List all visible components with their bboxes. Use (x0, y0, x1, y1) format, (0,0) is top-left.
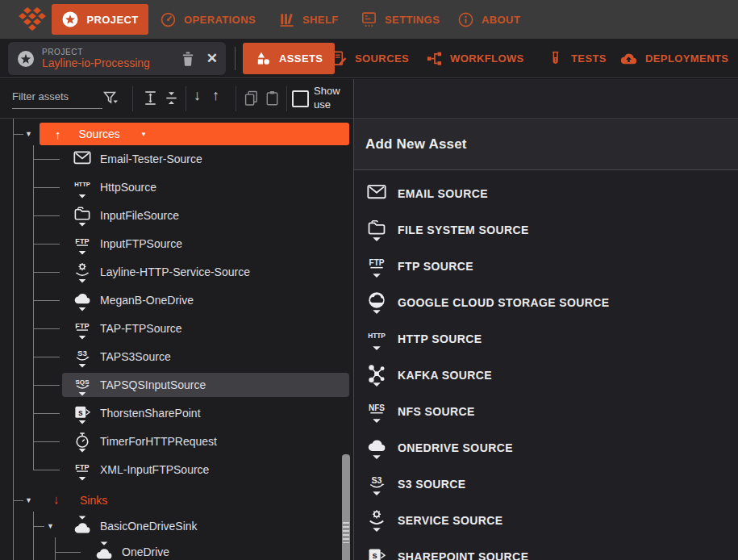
asset-tree-panel: ↓ ↑ Show use ▼ ▼ ▼ (0, 79, 354, 560)
close-project-icon[interactable]: ✕ (206, 50, 218, 67)
asset-type-s3-source[interactable]: S3S3 SOURCE (354, 466, 738, 503)
svg-text:FTP: FTP (369, 258, 385, 267)
gcs-icon (365, 290, 389, 316)
doc-edit-icon (331, 50, 348, 67)
delete-project-icon[interactable] (179, 50, 197, 68)
tab-workflows[interactable]: WORKFLOWS (426, 39, 524, 78)
sources-group-header[interactable]: ↑ Sources ▾ (40, 123, 349, 145)
collapse-all-icon[interactable] (163, 90, 180, 107)
show-use-label: Show use (314, 85, 349, 112)
tree-item-onedrive[interactable]: OneDrive (0, 540, 353, 560)
tree-item-label: BasicOneDriveSink (100, 520, 198, 533)
ftp-icon: FTP (365, 254, 389, 279)
asset-type-service-source[interactable]: SERVICE SOURCE (354, 503, 738, 539)
tree-connector-line (13, 134, 23, 135)
shelf-icon (278, 11, 295, 28)
tree-item-inputfilesource[interactable]: InputFileSource (0, 203, 353, 228)
tab-assets[interactable]: ASSETS (243, 43, 335, 74)
filter-funnel-icon[interactable] (102, 90, 119, 107)
gauge-icon (160, 11, 177, 28)
tree-item-label: ThorstenSharePoint (100, 407, 201, 420)
file-icon (365, 218, 389, 243)
tree-item-httpsource[interactable]: HTTPHttpSource (0, 175, 353, 199)
sinks-group-header[interactable]: ↓ Sinks (0, 488, 353, 512)
tree-item-thorstensharepoint[interactable]: sThorstenSharePoint (0, 401, 353, 425)
ftp-icon: FTP (73, 233, 92, 256)
tree-item-label: Layline-HTTP-Service-Source (100, 265, 250, 278)
tree-item-xml-inputftpsource[interactable]: FTPXML-InputFTPSource (0, 458, 353, 482)
tree-item-basiconedrivesink[interactable]: BasicOneDriveSink (0, 514, 353, 538)
email-icon (73, 148, 92, 171)
nav-project[interactable]: PROJECT (52, 4, 148, 35)
right-panel-top-strip (354, 79, 738, 119)
toolbar-divider (286, 86, 287, 111)
tab-bar-divider (235, 47, 236, 70)
asset-type-http-source[interactable]: HTTPHTTP SOURCE (354, 321, 738, 357)
paste-icon[interactable] (264, 90, 281, 107)
asset-type-onedrive-source[interactable]: ONEDRIVE SOURCE (354, 430, 738, 466)
nav-operations[interactable]: OPERATIONS (160, 0, 256, 39)
star-badge-icon (61, 10, 79, 28)
branch-icon (426, 50, 443, 67)
ftp-icon: FTP (73, 318, 92, 341)
asset-type-email-source[interactable]: EMAIL SOURCE (354, 176, 738, 212)
expand-all-icon[interactable] (142, 90, 159, 107)
tree-item-layline-http-service-source[interactable]: Layline-HTTP-Service-Source (0, 260, 353, 284)
asset-type-kafka-source[interactable]: KAFKA SOURCE (354, 357, 738, 394)
sources-group-label: Sources (79, 127, 120, 140)
onedrive-icon (73, 290, 92, 312)
toolbar-divider (236, 86, 236, 111)
asset-type-sharepoint-source[interactable]: sSHAREPOINT SOURCE (354, 539, 738, 560)
tab-tests[interactable]: TESTS (547, 39, 607, 78)
cloud-upload-icon (619, 50, 638, 67)
asset-type-label: FTP SOURCE (398, 260, 473, 273)
tree-item-tap-ftpsource[interactable]: FTPTAP-FTPSource (0, 316, 353, 341)
http-icon: HTTP (73, 177, 92, 199)
project-chip-value: Layline-io-Processing (42, 56, 150, 69)
sqs-icon: SQS (73, 374, 92, 397)
nav-settings[interactable]: SETTINGS (361, 0, 440, 39)
copy-icon[interactable] (243, 90, 260, 107)
svg-text:NFS: NFS (369, 403, 385, 412)
s3-icon: S3 (365, 472, 389, 497)
svg-text:FTP: FTP (75, 322, 89, 330)
add-asset-header: Add New Asset (354, 119, 738, 170)
scrollbar-grip (343, 522, 349, 543)
open-project-chip[interactable]: PROJECT Layline-io-Processing ✕ (8, 42, 226, 75)
asset-type-google-cloud-storage-source[interactable]: GOOGLE CLOUD STORAGE SOURCE (354, 285, 738, 321)
tree-item-label: XML-InputFTPSource (100, 463, 209, 476)
layline-logo-icon[interactable] (17, 5, 48, 37)
nav-shelf[interactable]: SHELF (278, 0, 339, 39)
asset-type-ftp-source[interactable]: FTPFTP SOURCE (354, 249, 738, 285)
toolbar-divider (186, 86, 186, 111)
tree-item-meganb-onedrive[interactable]: MeganB-OneDrive (0, 288, 353, 312)
asset-type-label: GOOGLE CLOUD STORAGE SOURCE (398, 296, 610, 309)
file-icon (73, 205, 92, 228)
svg-text:HTTP: HTTP (368, 332, 386, 339)
tree-item-label: HttpSource (100, 181, 156, 194)
show-use-checkbox[interactable] (292, 90, 309, 107)
filter-assets-input[interactable] (12, 87, 102, 109)
tab-deployments[interactable]: DEPLOYMENTS (619, 39, 728, 78)
move-up-icon[interactable]: ↑ (212, 87, 219, 104)
asset-type-nfs-source[interactable]: NFSNFS SOURCE (354, 394, 738, 430)
tree-item-label: TAPS3Source (100, 350, 171, 363)
project-chip-label: PROJECT (42, 48, 150, 57)
nav-about[interactable]: ABOUT (457, 0, 520, 39)
tree-item-tapsqsinputsource[interactable]: SQSTAPSQSInputSource (0, 373, 353, 397)
tree-item-email-tester-source[interactable]: Email-Tester-Source (0, 147, 353, 171)
tree-scrollbar-thumb[interactable] (342, 454, 350, 560)
tree-item-inputftpsource[interactable]: FTPInputFTPSource (0, 232, 353, 256)
tree-item-taps3source[interactable]: S3TAPS3Source (0, 345, 353, 369)
tree-item-timerforhttprequest[interactable]: TimerForHTTPRequest (0, 429, 353, 453)
tab-sources[interactable]: SOURCES (331, 39, 409, 78)
tab-label: TESTS (571, 52, 607, 65)
move-down-icon[interactable]: ↓ (194, 87, 201, 104)
asset-type-file-system-source[interactable]: FILE SYSTEM SOURCE (354, 212, 738, 249)
sinks-direction-icon: ↓ (53, 492, 60, 506)
service-icon (365, 508, 389, 533)
tree-item-label: Email-Tester-Source (100, 153, 202, 165)
asset-type-list: EMAIL SOURCEFILE SYSTEM SOURCEFTPFTP SOU… (354, 170, 738, 560)
sinks-group-label: Sinks (80, 494, 107, 507)
sources-expander-icon[interactable]: ▼ (25, 131, 32, 138)
